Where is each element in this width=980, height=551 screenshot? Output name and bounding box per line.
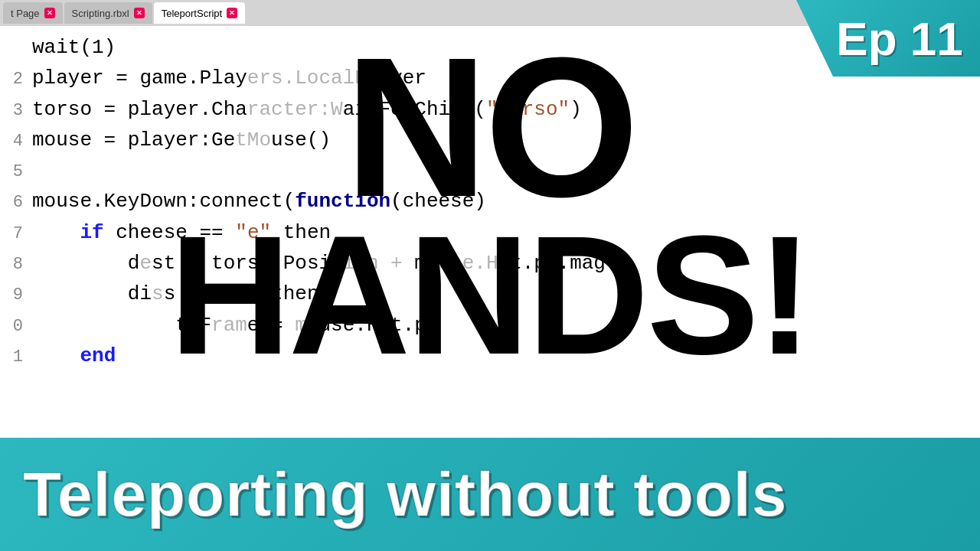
tab-page[interactable]: t Page ✕ xyxy=(3,2,63,24)
code-line-3: 3 torso = player.Character:WaitForChild(… xyxy=(6,94,980,125)
code-line-7: 7 if cheese == "e" then xyxy=(6,217,980,248)
code-line-5: 5 xyxy=(6,155,980,186)
tab-teleport[interactable]: TeleportScript ✕ xyxy=(154,2,245,24)
code-line-1-text: wait(1) xyxy=(32,32,116,63)
code-line-9: 9 diss = 1000 then xyxy=(6,279,980,309)
tab-page-close[interactable]: ✕ xyxy=(44,8,55,18)
code-line-2-text: player = game.Players.LocalPlayer xyxy=(32,63,426,93)
code-line-6-text: mouse.KeyDown:connect(function(cheese) xyxy=(32,186,486,217)
code-content: wait(1) 2 player = game.Players.LocalPla… xyxy=(0,26,980,377)
code-line-9-text: diss = 1000 then xyxy=(32,279,319,309)
code-line-11-text: end xyxy=(32,341,116,371)
line-num-3: 3 xyxy=(6,98,23,124)
tab-page-label: t Page xyxy=(11,8,40,19)
tab-teleport-label: TeleportScript xyxy=(162,8,222,19)
code-line-8-text: dest = torso.Position + mouse.Hit.p).mag xyxy=(32,248,606,279)
line-num-4: 4 xyxy=(6,129,23,155)
line-num-5: 5 xyxy=(6,159,23,185)
tab-scripting-label: Scripting.rbxl xyxy=(72,8,129,19)
line-num-10: 0 xyxy=(6,314,23,340)
line-num-2: 2 xyxy=(6,67,23,93)
bottom-banner: Teleporting without tools xyxy=(0,438,980,551)
tab-scripting-close[interactable]: ✕ xyxy=(134,8,145,18)
line-num-7: 7 xyxy=(6,221,23,247)
code-line-10-text: tCFrame = mouse.Hit.p xyxy=(32,310,426,341)
code-line-8: 8 dest = torso.Position + mouse.Hit.p).m… xyxy=(6,248,980,279)
episode-label: Ep 11 xyxy=(813,11,962,66)
code-editor: wait(1) 2 player = game.Players.LocalPla… xyxy=(0,26,980,462)
code-line-4: 4 mouse = player:GetMouse() xyxy=(6,125,980,155)
line-num-11: 1 xyxy=(6,344,23,370)
tab-teleport-close[interactable]: ✕ xyxy=(227,8,237,18)
code-line-11: 1 end xyxy=(6,341,980,371)
line-num-8: 8 xyxy=(6,252,23,278)
code-line-7-text: if cheese == "e" then xyxy=(32,217,331,248)
code-line-6: 6 mouse.KeyDown:connect(function(cheese) xyxy=(6,186,980,217)
tab-scripting[interactable]: Scripting.rbxl ✕ xyxy=(64,2,152,24)
line-num-9: 9 xyxy=(6,282,23,308)
bottom-title: Teleporting without tools xyxy=(23,463,787,526)
code-line-10: 0 tCFrame = mouse.Hit.p xyxy=(6,310,980,341)
code-line-4-text: mouse = player:GetMouse() xyxy=(32,125,331,155)
code-line-5-text xyxy=(32,155,44,186)
line-num-6: 6 xyxy=(6,190,23,216)
code-line-3-text: torso = player.Character:WaitForChild("T… xyxy=(32,94,582,125)
